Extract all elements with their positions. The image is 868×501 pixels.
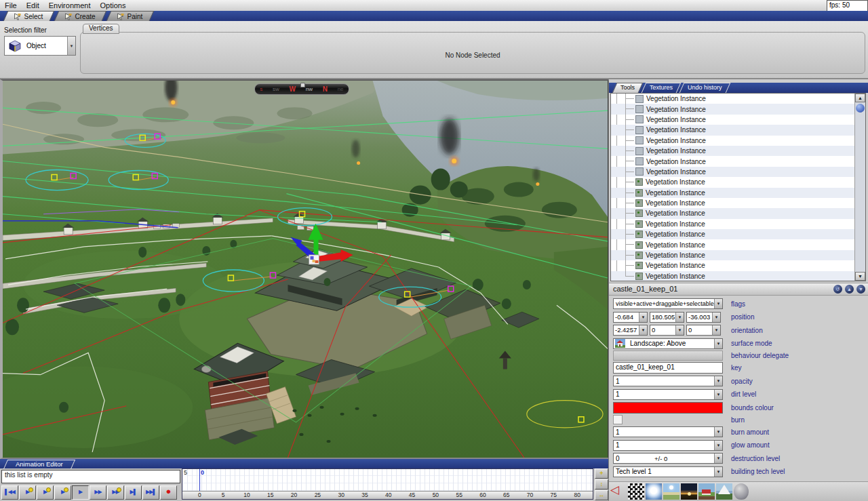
sunset-thumbnail[interactable] bbox=[681, 483, 697, 500]
key-field[interactable]: castle_01_keep_01 bbox=[613, 362, 723, 374]
dropdown-arrow-icon[interactable]: ▼ bbox=[714, 441, 722, 450]
dropdown-arrow-icon[interactable]: ▼ bbox=[675, 325, 684, 335]
tree-item[interactable]: Vegetation Instance bbox=[611, 260, 854, 270]
position-z-field[interactable]: -36.003▼ bbox=[686, 312, 721, 323]
surface-mode-dropdown[interactable]: Landscape: Above▼ bbox=[613, 338, 723, 349]
face-thumbnail[interactable] bbox=[734, 483, 749, 500]
timeline-vzoom-button[interactable]: ↕ bbox=[595, 479, 608, 489]
behaviour-delegate-button[interactable] bbox=[613, 350, 723, 361]
destruction-level-dropdown[interactable]: 0+/- 0▼ bbox=[613, 453, 723, 464]
tree-item[interactable]: Vegetation Instance bbox=[611, 188, 854, 198]
flags-dropdown[interactable]: visible+active+draggable+selectable-▼ bbox=[613, 298, 723, 309]
step-end-button[interactable]: ▶▌ bbox=[125, 485, 142, 500]
right-panel-tab[interactable]: Tools bbox=[612, 83, 644, 93]
dropdown-arrow-icon[interactable]: ▼ bbox=[639, 325, 647, 335]
sun-thumbnail[interactable] bbox=[646, 483, 662, 500]
dropdown-arrow-icon[interactable]: ▼ bbox=[714, 467, 722, 477]
play-button[interactable]: ▶ bbox=[72, 485, 89, 500]
scroll-thumb[interactable] bbox=[856, 104, 865, 113]
day-sky-thumbnail[interactable] bbox=[663, 483, 679, 500]
tree-item[interactable]: Vegetation Instance bbox=[611, 146, 854, 156]
skip-end-button[interactable]: ▶▶▌ bbox=[142, 485, 159, 500]
fast-forward-button[interactable]: ▶▶ bbox=[90, 485, 106, 500]
mountain-thumbnail[interactable] bbox=[716, 483, 732, 500]
record-button[interactable]: ● bbox=[160, 485, 177, 500]
orientation-z-field[interactable]: 0▼ bbox=[686, 325, 721, 336]
position-y-field[interactable]: 180.505▼ bbox=[650, 312, 684, 323]
tree-item[interactable]: Vegetation Instance bbox=[611, 271, 854, 281]
timeline-pan-button[interactable]: + bbox=[595, 468, 608, 479]
burn-amount-dropdown[interactable]: 1▼ bbox=[613, 426, 723, 437]
dropdown-arrow-icon[interactable]: ▼ bbox=[639, 313, 647, 322]
tree-scrollbar[interactable]: ▲ ▼ bbox=[854, 94, 865, 281]
play-to-key-button[interactable]: ▶ bbox=[19, 485, 36, 500]
checker-sphere-thumbnail[interactable] bbox=[628, 483, 644, 500]
menu-edit[interactable]: Edit bbox=[22, 1, 44, 9]
scroll-down-icon[interactable]: ▼ bbox=[855, 272, 865, 281]
playhead[interactable] bbox=[199, 469, 200, 491]
tree-item[interactable]: Vegetation Instance bbox=[611, 125, 854, 135]
menu-environment[interactable]: Environment bbox=[44, 1, 96, 9]
tree-item[interactable]: Vegetation Instance bbox=[611, 94, 854, 104]
dropdown-arrow-icon[interactable]: ▼ bbox=[714, 390, 722, 399]
lower-button[interactable]: ▼ bbox=[856, 285, 865, 294]
dirt-level-dropdown[interactable]: 1▼ bbox=[613, 389, 723, 400]
menu-options[interactable]: Options bbox=[95, 1, 130, 9]
dropdown-arrow-icon[interactable]: ▼ bbox=[714, 454, 722, 463]
orientation-y-field[interactable]: 0▼ bbox=[650, 325, 684, 336]
selection-filter-dropdown[interactable]: Object ▼ bbox=[4, 36, 76, 56]
vertices-tab[interactable]: Vertices bbox=[83, 24, 119, 34]
view-cone-icon[interactable] bbox=[610, 483, 627, 500]
play-key-button[interactable]: ▶ bbox=[37, 485, 54, 500]
tree-item[interactable]: Vegetation Instance bbox=[611, 229, 854, 239]
right-panel-tab[interactable]: Textures bbox=[642, 83, 682, 93]
dropdown-arrow-icon[interactable]: ▼ bbox=[714, 339, 722, 348]
animation-list[interactable]: this list is empty bbox=[1, 470, 180, 483]
burn-checkbox[interactable] bbox=[613, 415, 623, 424]
dropdown-arrow-icon[interactable]: ▼ bbox=[714, 299, 722, 308]
tree-item[interactable]: Vegetation Instance bbox=[611, 250, 854, 260]
tree-item[interactable]: Vegetation Instance bbox=[611, 104, 854, 114]
tree-item[interactable]: Vegetation Instance bbox=[611, 239, 854, 249]
dropdown-arrow-icon[interactable]: ▼ bbox=[712, 313, 720, 322]
raise-button[interactable]: ▲ bbox=[845, 285, 854, 294]
revert-button[interactable]: ↺ bbox=[833, 285, 842, 294]
tree-item[interactable]: Vegetation Instance bbox=[611, 219, 854, 229]
right-panel-tab[interactable]: Undo history bbox=[679, 83, 730, 93]
timeline-ruler[interactable]: 05101520253035404550556065707580 bbox=[182, 491, 593, 499]
opacity-dropdown[interactable]: 1▼ bbox=[613, 376, 723, 386]
dropdown-arrow-icon[interactable]: ▼ bbox=[714, 376, 722, 386]
tree-item[interactable]: Vegetation Instance bbox=[611, 136, 854, 146]
mode-tab[interactable]: Create bbox=[54, 11, 106, 21]
timeline-hzoom-button[interactable]: ↔ bbox=[595, 490, 608, 500]
tree-item[interactable]: Vegetation Instance bbox=[611, 156, 854, 166]
timeline[interactable]: 5 0 05101520253035404550556065707580 bbox=[182, 468, 593, 500]
3d-viewport[interactable]: sswWnwNne bbox=[0, 79, 608, 459]
orientation-x-field[interactable]: -2.4257▼ bbox=[613, 325, 648, 336]
mode-tab[interactable]: Paint bbox=[106, 11, 153, 21]
selection-filter-arrow[interactable]: ▼ bbox=[67, 37, 75, 55]
compass[interactable]: sswWnwNne bbox=[254, 83, 349, 95]
tree-item[interactable]: Vegetation Instance bbox=[611, 177, 854, 187]
tree-item[interactable]: Vegetation Instance bbox=[611, 115, 854, 125]
animation-editor-tab[interactable]: Animation Editor bbox=[3, 460, 75, 469]
play-from-key-button[interactable]: ▶ bbox=[54, 485, 71, 500]
dropdown-arrow-icon[interactable]: ▼ bbox=[712, 325, 720, 335]
dropdown-arrow-icon[interactable]: ▼ bbox=[675, 313, 684, 322]
building-tech-level-dropdown[interactable]: Tech level 1▼ bbox=[613, 466, 723, 477]
bounds-colour-swatch[interactable] bbox=[613, 402, 723, 414]
house-thumbnail[interactable] bbox=[698, 483, 715, 500]
tree-item[interactable]: Vegetation Instance bbox=[611, 167, 854, 177]
dropdown-arrow-icon[interactable]: ▼ bbox=[714, 427, 722, 437]
glow-amount-dropdown[interactable]: 1▼ bbox=[613, 440, 723, 451]
scene-tree-list[interactable]: Vegetation Instance Vegetation Instance … bbox=[610, 93, 866, 281]
menu-file[interactable]: File bbox=[0, 1, 22, 9]
position-x-field[interactable]: -0.684▼ bbox=[613, 312, 648, 323]
tree-item[interactable]: Vegetation Instance bbox=[611, 208, 854, 218]
tree-item[interactable]: Vegetation Instance bbox=[611, 198, 854, 208]
timeline-grid[interactable]: 5 0 bbox=[182, 469, 593, 491]
skip-start-button[interactable]: ▌◀◀ bbox=[1, 485, 18, 500]
scroll-up-icon[interactable]: ▲ bbox=[855, 94, 865, 102]
fast-forward-key-button[interactable]: ▶▶ bbox=[107, 485, 124, 500]
mode-tab[interactable]: Select bbox=[3, 11, 54, 21]
